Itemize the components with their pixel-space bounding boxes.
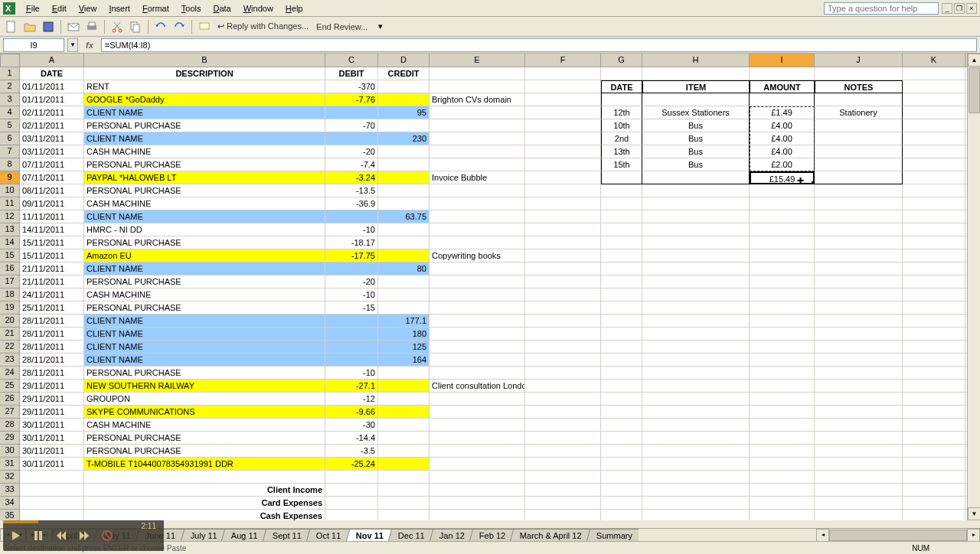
cell-H26[interactable] — [642, 393, 750, 406]
row-header-18[interactable]: 18 — [0, 288, 20, 301]
cell-D17[interactable] — [378, 275, 430, 288]
cell-F26[interactable] — [525, 393, 601, 406]
row-header-6[interactable]: 6 — [0, 132, 20, 145]
sheet-tab-feb-12[interactable]: Feb 12 — [469, 529, 515, 542]
sheet-tab-dec-11[interactable]: Dec 11 — [387, 529, 434, 542]
cell-E25[interactable]: Client consultation London — [430, 380, 525, 393]
row-header-3[interactable]: 3 — [0, 93, 20, 106]
scroll-up-button[interactable]: ▲ — [968, 54, 980, 67]
row-header-21[interactable]: 21 — [0, 328, 20, 341]
row-header-31[interactable]: 31 — [0, 458, 20, 471]
cell-H35[interactable] — [642, 510, 750, 520]
cell-C2[interactable]: -370 — [325, 80, 378, 93]
cell-I30[interactable] — [750, 445, 815, 458]
mail-icon[interactable] — [65, 18, 82, 35]
cell-I26[interactable] — [750, 393, 815, 406]
cell-D22[interactable]: 125 — [378, 341, 430, 354]
cell-F31[interactable] — [525, 458, 601, 471]
cell-G31[interactable] — [601, 458, 642, 471]
cell-J18[interactable] — [815, 288, 903, 301]
cell-J34[interactable] — [815, 497, 903, 510]
cell-G30[interactable] — [601, 445, 642, 458]
cell-F17[interactable] — [525, 275, 601, 288]
cell-J13[interactable] — [815, 223, 903, 236]
cell-E10[interactable] — [430, 184, 525, 197]
row-header-7[interactable]: 7 — [0, 145, 20, 158]
sheet-tab-nov-11[interactable]: Nov 11 — [345, 529, 394, 542]
cell-F20[interactable] — [525, 314, 601, 328]
restore-button[interactable]: ❐ — [954, 3, 965, 14]
cell-I11[interactable] — [750, 197, 815, 210]
row-header-13[interactable]: 13 — [0, 223, 20, 236]
cell-G23[interactable] — [601, 354, 642, 367]
cell-C10[interactable]: -13.5 — [325, 184, 378, 197]
cell-A27[interactable]: 29/11/2011 — [20, 406, 84, 419]
cell-H5[interactable]: Bus — [642, 119, 750, 132]
cell-H24[interactable] — [642, 367, 750, 380]
cell-E7[interactable] — [430, 145, 525, 158]
cell-K12[interactable] — [903, 210, 965, 223]
cell-K18[interactable] — [903, 288, 965, 301]
cell-B19[interactable]: PERSONAL PURCHASE — [84, 301, 325, 314]
reply-changes-button[interactable]: ↩ Reply with Changes... — [214, 21, 312, 31]
cell-K16[interactable] — [903, 262, 965, 275]
cell-E24[interactable] — [430, 367, 525, 380]
name-box[interactable] — [3, 38, 64, 52]
cell-K2[interactable] — [903, 80, 965, 93]
cell-B28[interactable]: CASH MACHINE — [84, 419, 325, 432]
cell-J25[interactable] — [815, 380, 903, 393]
cell-I33[interactable] — [750, 484, 815, 497]
close-button[interactable]: × — [966, 3, 977, 14]
col-header-E[interactable]: E — [430, 54, 525, 67]
cell-E12[interactable] — [430, 210, 525, 223]
cell-J15[interactable] — [815, 249, 903, 262]
save-icon[interactable] — [40, 18, 57, 35]
row-header-34[interactable]: 34 — [0, 497, 20, 510]
cell-B30[interactable]: PERSONAL PURCHASE — [84, 445, 325, 458]
col-header-B[interactable]: B — [84, 54, 325, 67]
cell-B14[interactable]: PERSONAL PURCHASE — [84, 236, 325, 249]
cell-G25[interactable] — [601, 380, 642, 393]
cell-B33[interactable]: Client Income — [84, 484, 325, 497]
cell-I32[interactable] — [750, 471, 815, 484]
cell-I10[interactable] — [750, 184, 815, 197]
cell-I14[interactable] — [750, 236, 815, 249]
cell-D21[interactable]: 180 — [378, 328, 430, 341]
cell-A22[interactable]: 28/11/2011 — [20, 341, 84, 354]
insert-comment-icon[interactable] — [196, 18, 213, 35]
cell-H3[interactable] — [642, 93, 750, 106]
cell-E21[interactable] — [430, 328, 525, 341]
cell-G3[interactable] — [601, 93, 642, 106]
cell-H9[interactable] — [642, 171, 750, 184]
cell-C14[interactable]: -18.17 — [325, 236, 378, 249]
hscroll-track[interactable] — [829, 530, 967, 541]
row-header-8[interactable]: 8 — [0, 158, 20, 171]
rewind-icon[interactable] — [52, 526, 70, 545]
cell-K5[interactable] — [903, 119, 965, 132]
play-icon[interactable] — [6, 526, 24, 545]
cell-J23[interactable] — [815, 354, 903, 367]
cell-C29[interactable]: -14.4 — [325, 432, 378, 445]
cell-I16[interactable] — [750, 262, 815, 275]
cell-J24[interactable] — [815, 367, 903, 380]
cell-G8[interactable]: 15th — [601, 158, 642, 171]
cell-K1[interactable] — [903, 67, 965, 80]
cell-A23[interactable]: 28/11/2011 — [20, 354, 84, 367]
cell-J26[interactable] — [815, 393, 903, 406]
cell-H6[interactable]: Bus — [642, 132, 750, 145]
cell-J22[interactable] — [815, 341, 903, 354]
cell-A19[interactable]: 25/11/2011 — [20, 301, 84, 314]
cell-I23[interactable] — [750, 354, 815, 367]
cell-F9[interactable] — [525, 171, 601, 184]
cell-H18[interactable] — [642, 288, 750, 301]
cell-H13[interactable] — [642, 223, 750, 236]
cell-D16[interactable]: 80 — [378, 262, 430, 275]
cell-G22[interactable] — [601, 341, 642, 354]
cell-I15[interactable] — [750, 249, 815, 262]
cell-J19[interactable] — [815, 301, 903, 314]
print-icon[interactable] — [83, 18, 100, 35]
cell-J28[interactable] — [815, 419, 903, 432]
cell-K35[interactable] — [903, 510, 965, 520]
scroll-down-button[interactable]: ▼ — [968, 507, 980, 520]
cell-E34[interactable] — [430, 497, 525, 510]
